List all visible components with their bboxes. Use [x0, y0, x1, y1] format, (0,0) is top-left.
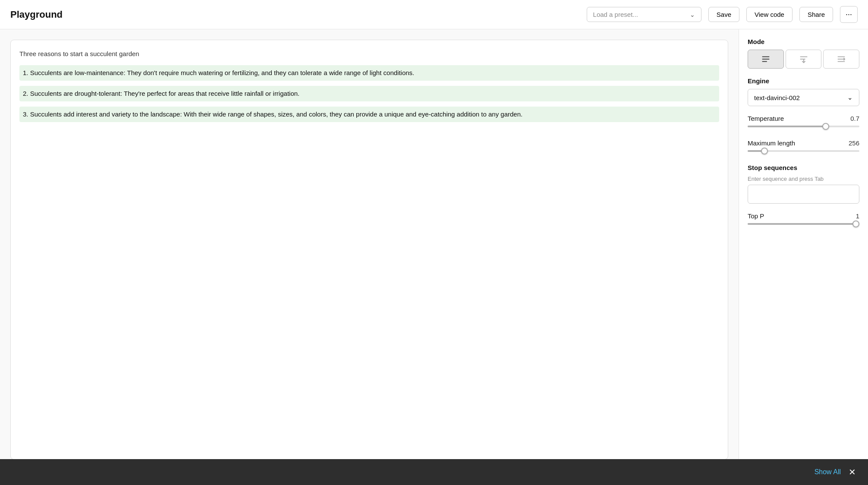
prompt-text: Three reasons to start a succulent garde…	[19, 49, 719, 59]
max-length-label: Maximum length	[748, 139, 795, 147]
temperature-section: Temperature 0.7	[748, 115, 859, 131]
mode-section: Mode	[748, 38, 859, 69]
mode-edit-button[interactable]	[823, 50, 859, 69]
chevron-down-icon: ⌄	[690, 11, 695, 18]
save-button[interactable]: Save	[708, 7, 739, 22]
edit-mode-icon	[837, 54, 846, 64]
more-options-button[interactable]: ···	[840, 6, 858, 23]
page-title: Playground	[10, 9, 63, 20]
share-button[interactable]: Share	[799, 7, 833, 22]
view-code-button[interactable]: View code	[746, 7, 793, 22]
max-length-slider-track[interactable]	[748, 150, 859, 152]
top-p-value: 1	[856, 212, 859, 220]
top-p-section: Top P 1	[748, 212, 859, 228]
mode-label: Mode	[748, 38, 859, 45]
engine-section: Engine text-davinci-002 ⌄	[748, 77, 859, 106]
mode-complete-button[interactable]	[748, 50, 784, 69]
editor-area: Three reasons to start a succulent garde…	[0, 29, 739, 485]
main-layout: Three reasons to start a succulent garde…	[0, 29, 868, 485]
top-p-slider-track[interactable]	[748, 223, 859, 225]
stop-sequences-label: Stop sequences	[748, 164, 859, 171]
max-length-value: 256	[849, 139, 859, 147]
temperature-label: Temperature	[748, 115, 784, 122]
engine-label: Engine	[748, 77, 859, 85]
engine-value: text-davinci-002	[754, 94, 800, 101]
max-length-section: Maximum length 256	[748, 139, 859, 155]
temperature-value: 0.7	[850, 115, 859, 122]
top-p-slider-fill	[748, 223, 859, 225]
response-block-3: 3. Succulents add interest and variety t…	[19, 107, 719, 122]
preset-dropdown[interactable]: Load a preset... ⌄	[587, 7, 701, 22]
response-block-1: 1. Succulents are low-maintenance: They …	[19, 65, 719, 81]
stop-sequences-hint: Enter sequence and press Tab	[748, 176, 859, 182]
editor-box[interactable]: Three reasons to start a succulent garde…	[10, 40, 728, 460]
mode-buttons	[748, 50, 859, 69]
sidebar: Mode	[739, 29, 868, 485]
mode-insert-button[interactable]	[786, 50, 822, 69]
header: Playground Load a preset... ⌄ Save View …	[0, 0, 868, 29]
engine-chevron-icon: ⌄	[847, 94, 853, 101]
close-footer-button[interactable]: ✕	[849, 467, 856, 477]
engine-select[interactable]: text-davinci-002 ⌄	[748, 89, 859, 106]
show-all-button[interactable]: Show All	[815, 468, 841, 476]
top-p-slider-thumb[interactable]	[852, 220, 859, 227]
temperature-slider-track[interactable]	[748, 126, 859, 127]
preset-placeholder: Load a preset...	[593, 11, 638, 18]
response-block-2: 2. Succulents are drought-tolerant: They…	[19, 86, 719, 101]
stop-sequences-input[interactable]	[748, 185, 859, 204]
complete-mode-icon	[761, 54, 771, 64]
temperature-slider-thumb[interactable]	[822, 123, 829, 130]
top-p-label: Top P	[748, 212, 764, 220]
footer-bar: Show All ✕	[0, 459, 868, 485]
temperature-slider-fill	[748, 126, 826, 127]
insert-mode-icon	[799, 54, 808, 64]
max-length-slider-thumb[interactable]	[761, 148, 768, 154]
stop-sequences-section: Stop sequences Enter sequence and press …	[748, 164, 859, 204]
